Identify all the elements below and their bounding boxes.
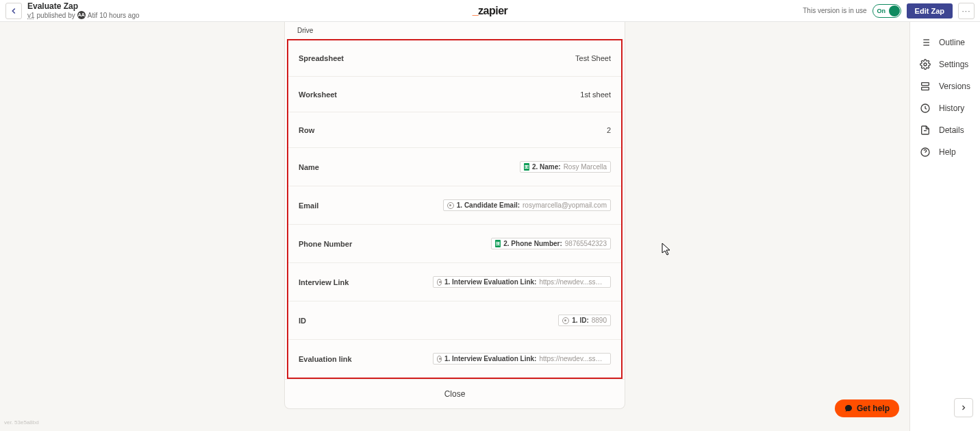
zap-title: Evaluate Zap: [27, 2, 140, 11]
arrow-left-icon: [9, 6, 18, 16]
sidebar-item-label: Details: [939, 125, 964, 135]
source-icon: [437, 356, 442, 362]
pill-value: 8890: [592, 317, 607, 324]
pill-source: 1. ID:: [572, 317, 588, 324]
more-button[interactable]: ···: [958, 3, 975, 19]
pill-source: 2. Name:: [532, 163, 561, 171]
drive-row: Drive: [285, 22, 625, 39]
sidebar-item-label: Help: [939, 147, 956, 157]
pill-value: 98765542323: [565, 240, 607, 247]
field-evaluation-link: Evaluation link 1. Interview Evaluation …: [288, 339, 621, 378]
drive-label: Drive: [297, 27, 313, 34]
header-right: This version is in use On Edit Zap ···: [803, 3, 975, 19]
source-icon: [562, 317, 569, 324]
canvas: Drive Spreadsheet Test Sheet Worksheet 1…: [0, 22, 909, 431]
get-help-button[interactable]: Get help: [835, 399, 899, 417]
mapped-value-pill: 2. Name: Rosy Marcella: [520, 161, 611, 173]
sheets-icon: [495, 240, 501, 247]
field-label: Interview Link: [299, 278, 349, 286]
field-name: Name 2. Name: Rosy Marcella: [288, 147, 621, 186]
sidebar-item-label: Versions: [939, 82, 970, 91]
get-help-label: Get help: [857, 404, 890, 413]
field-label: Email: [299, 201, 318, 210]
toggle-label: On: [877, 8, 886, 14]
svg-point-6: [924, 63, 927, 66]
mapped-value-pill: 1. ID: 8890: [558, 315, 611, 326]
svg-rect-7: [922, 83, 929, 86]
field-label: Row: [299, 126, 314, 134]
version-label[interactable]: v1: [27, 12, 35, 19]
collapse-sidebar-button[interactable]: [954, 398, 973, 417]
field-label: Phone Number: [299, 240, 352, 248]
mapped-value-pill: 1. Interview Evaluation Link: https://ne…: [433, 353, 611, 365]
stack-icon: [920, 81, 931, 92]
field-phone: Phone Number 2. Phone Number: 9876554232…: [288, 224, 621, 262]
mapped-value-pill: 2. Phone Number: 98765542323: [491, 238, 611, 249]
gear-icon: [920, 59, 931, 70]
list-icon: [920, 37, 931, 48]
edit-zap-button[interactable]: Edit Zap: [907, 3, 953, 19]
field-spreadsheet: Spreadsheet Test Sheet: [288, 40, 621, 76]
chat-icon: [844, 404, 853, 412]
sidebar-item-versions[interactable]: Versions: [910, 75, 980, 97]
source-icon: [447, 202, 454, 209]
svg-rect-8: [922, 87, 929, 90]
pill-value: https://newdev...ssment/ODg5MA==: [539, 278, 607, 286]
chevron-right-icon: [959, 404, 968, 412]
version-status: This version is in use: [803, 7, 866, 14]
pill-value: Rosy Marcella: [564, 163, 607, 171]
pill-value: https://newdev...ssment/ODg5MA==: [539, 355, 607, 362]
time-ago: 10 hours ago: [99, 12, 139, 19]
build-version: ver. 53e5a8bd: [4, 419, 39, 426]
author-name: Atif: [88, 12, 97, 19]
field-worksheet: Worksheet 1st sheet: [288, 76, 621, 112]
doc-icon: [920, 125, 931, 136]
field-label: Evaluation link: [299, 355, 352, 363]
sidebar-item-settings[interactable]: Settings: [910, 53, 980, 75]
sheets-icon: [524, 163, 529, 171]
field-label: Worksheet: [299, 90, 337, 99]
help-icon: [920, 147, 931, 158]
source-icon: [437, 279, 442, 286]
field-label: Name: [299, 163, 319, 171]
highlight-box: Spreadsheet Test Sheet Worksheet 1st she…: [287, 39, 623, 379]
title-block: Evaluate Zap v1 published by AA Atif 10 …: [27, 2, 140, 19]
app-header: Evaluate Zap v1 published by AA Atif 10 …: [0, 0, 980, 22]
field-id: ID 1. ID: 8890: [288, 301, 621, 339]
right-sidebar: Outline Settings Versions History Detail…: [909, 22, 980, 431]
field-value: 2: [607, 126, 611, 134]
zap-meta: v1 published by AA Atif 10 hours ago: [27, 11, 140, 19]
pill-source: 1. Interview Evaluation Link:: [444, 278, 536, 286]
published-by-label: published by: [37, 12, 75, 19]
field-label: ID: [299, 317, 306, 325]
sidebar-item-help[interactable]: Help: [910, 141, 980, 163]
clock-icon: [920, 103, 931, 114]
field-value: 1st sheet: [580, 90, 611, 99]
field-interview-link: Interview Link 1. Interview Evaluation L…: [288, 262, 621, 301]
pill-source: 1. Interview Evaluation Link:: [444, 355, 536, 362]
field-row-number: Row 2: [288, 112, 621, 147]
pill-value: rosymarcella@yopmail.com: [523, 201, 607, 209]
pill-source: 2. Phone Number:: [503, 240, 562, 247]
field-email: Email 1. Candidate Email: rosymarcella@y…: [288, 186, 621, 224]
zap-toggle[interactable]: On: [872, 4, 901, 18]
logo-text: zapier: [478, 5, 507, 16]
sidebar-item-label: Outline: [939, 38, 965, 47]
pill-source: 1. Candidate Email:: [457, 201, 520, 209]
sidebar-item-outline[interactable]: Outline: [910, 32, 980, 53]
back-button[interactable]: [5, 3, 22, 19]
sidebar-item-label: Settings: [939, 60, 968, 69]
field-label: Spreadsheet: [299, 54, 344, 62]
author-avatar: AA: [77, 11, 86, 19]
toggle-knob: [889, 5, 900, 16]
close-button[interactable]: Close: [285, 379, 625, 408]
details-panel: Drive Spreadsheet Test Sheet Worksheet 1…: [284, 22, 625, 409]
sidebar-item-details[interactable]: Details: [910, 119, 980, 141]
field-value: Test Sheet: [575, 54, 611, 62]
mapped-value-pill: 1. Interview Evaluation Link: https://ne…: [433, 276, 611, 288]
sidebar-item-history[interactable]: History: [910, 97, 980, 119]
zapier-logo: _zapier: [473, 5, 508, 17]
sidebar-item-label: History: [939, 103, 964, 113]
mapped-value-pill: 1. Candidate Email: rosymarcella@yopmail…: [443, 199, 611, 211]
